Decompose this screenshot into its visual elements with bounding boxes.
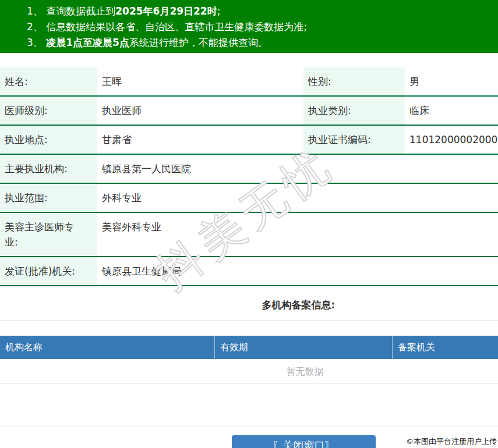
field-label-practice-category: 执业类别: (303, 96, 405, 125)
records-empty-state: 暂无数据 (0, 359, 498, 384)
doctor-info-table: 姓名: 王晖 性别: 男 医师级别: 执业医师 执业类别: 临床 执业地点: 甘… (0, 67, 498, 286)
column-header-validity-period: 有效期 (214, 336, 392, 359)
notice-1-bold: 2025年6月29日22时 (115, 5, 217, 17)
field-value-doctor-level: 执业医师 (97, 96, 303, 125)
field-value-cosmetic-specialty: 美容外科专业 (97, 212, 498, 257)
field-value-practice-category: 临床 (405, 96, 498, 125)
info-row-name-gender: 姓名: 王晖 性别: 男 (0, 67, 498, 96)
upload-copyright-note: ©本图由平台注册用户上传 (406, 436, 497, 447)
field-label-doctor-level: 医师级别: (0, 96, 97, 125)
field-label-practice-location: 执业地点: (0, 125, 97, 154)
notice-1-suffix: ; (217, 5, 221, 17)
close-window-button[interactable]: 〖关闭窗口〗 (232, 435, 376, 448)
field-label-gender: 性别: (303, 67, 405, 96)
info-row-level-category: 医师级别: 执业医师 执业类别: 临床 (0, 96, 498, 125)
notice-1-text: 1、 查询数据截止到 (27, 5, 115, 17)
notice-bar: 1、 查询数据截止到2025年6月29日22时; 2、 信息数据结果以各省、自治… (0, 0, 498, 53)
field-value-name: 王晖 (97, 67, 303, 96)
info-row-main-institution: 主要执业机构: 镇原县第一人民医院 (0, 154, 498, 183)
notice-3-text: 3、 (27, 37, 46, 48)
notice-line-1: 1、 查询数据截止到2025年6月29日22时; (27, 3, 492, 19)
field-label-main-institution: 主要执业机构: (0, 154, 97, 183)
notice-line-2: 2、 信息数据结果以各省、自治区、直辖市卫生健康委数据为准; (27, 19, 492, 35)
info-row-practice-scope: 执业范围: 外科专业 (0, 183, 498, 212)
divider-line (0, 320, 498, 321)
column-header-institution-name: 机构名称 (0, 336, 214, 359)
field-label-practice-scope: 执业范围: (0, 183, 97, 212)
multi-institution-records-title: 多机构备案信息: (0, 299, 498, 311)
field-label-issuing-authority: 发证(批准)机关: (0, 257, 97, 286)
notice-3-suffix: 系统进行维护，不能提供查询。 (129, 37, 268, 48)
notice-line-3: 3、 凌晨1点至凌晨5点系统进行维护，不能提供查询。 (27, 35, 492, 51)
field-value-gender: 男 (405, 67, 498, 96)
notice-2-text: 2、 信息数据结果以各省、自治区、直辖市卫生健康委数据为准; (27, 21, 307, 33)
field-label-name: 姓名: (0, 67, 97, 96)
info-row-issuing-authority: 发证(批准)机关: 镇原县卫生健康局 (0, 257, 498, 286)
notice-3-bold: 凌晨1点至凌晨5点 (46, 37, 129, 48)
column-header-record-authority: 备案机关 (392, 336, 498, 359)
field-label-cosmetic-specialty: 美容主诊医师专业: (0, 212, 97, 257)
info-row-cosmetic-specialty: 美容主诊医师专业: 美容外科专业 (0, 212, 498, 257)
info-row-location-license: 执业地点: 甘肃省 执业证书编码: 110120000020006 (0, 125, 498, 154)
records-table-header: 机构名称 有效期 备案机关 (0, 336, 498, 359)
field-value-practice-location: 甘肃省 (97, 125, 303, 154)
field-value-issuing-authority: 镇原县卫生健康局 (97, 257, 498, 286)
practitioner-query-result-page: 1、 查询数据截止到2025年6月29日22时; 2、 信息数据结果以各省、自治… (0, 0, 498, 448)
field-value-main-institution: 镇原县第一人民医院 (97, 154, 498, 183)
field-value-practice-scope: 外科专业 (97, 183, 498, 212)
field-label-license-code: 执业证书编码: (303, 125, 405, 154)
field-value-license-code: 110120000020006 (405, 125, 498, 154)
